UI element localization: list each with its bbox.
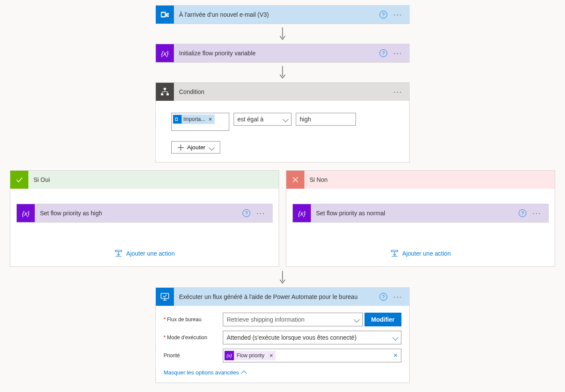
more-icon[interactable]: ··· xyxy=(255,209,267,218)
svg-rect-12 xyxy=(176,118,177,120)
set-priority-normal-card[interactable]: {x} Set flow priority as normal ? ··· xyxy=(292,204,549,223)
run-mode-select[interactable]: Attended (s'exécute lorsque vous êtes co… xyxy=(223,331,401,344)
more-icon[interactable]: ··· xyxy=(392,10,404,19)
chevron-down-icon xyxy=(392,335,398,341)
token-label: Importa... xyxy=(183,116,205,122)
insert-action-icon xyxy=(390,249,399,258)
branch-yes-header: Si Oui xyxy=(10,171,279,189)
add-action-label: Ajouter une action xyxy=(402,250,451,257)
trigger-title: À l'arrivée d'un nouvel e-mail (V3) xyxy=(174,11,380,18)
condition-title: Condition xyxy=(174,88,392,95)
desktop-flow-title: Exécuter un flux généré à l'aide de Powe… xyxy=(174,293,380,300)
condition-card[interactable]: Condition ··· Importa... × est égal à xyxy=(155,82,410,163)
help-icon[interactable]: ? xyxy=(519,209,526,217)
init-variable-title: Initialize flow priority variable xyxy=(174,50,380,57)
outlook-icon xyxy=(173,115,182,124)
condition-header: Condition ··· xyxy=(156,83,409,101)
insert-action-icon xyxy=(114,249,123,258)
condition-icon xyxy=(156,83,174,101)
condition-row: Importa... × est égal à high xyxy=(171,113,394,131)
field-label: * Mode d'exécution xyxy=(164,335,223,341)
run-mode-value: Attended (s'exécute lorsque vous êtes co… xyxy=(227,334,356,341)
operator-label: est égal à xyxy=(237,116,264,123)
branch-no-label: Si Non xyxy=(304,176,555,183)
remove-token-icon[interactable]: × xyxy=(207,116,214,123)
svg-rect-20 xyxy=(392,250,398,252)
variable-icon: {x} xyxy=(225,351,234,360)
help-icon[interactable]: ? xyxy=(380,49,387,57)
desktop-flow-header: Exécuter un flux généré à l'aide de Powe… xyxy=(156,288,409,306)
x-icon xyxy=(286,171,304,189)
more-icon[interactable]: ··· xyxy=(392,292,404,302)
hide-advanced-options-link[interactable]: Masquer les options avancées xyxy=(164,369,246,376)
help-icon[interactable]: ? xyxy=(243,209,250,217)
branch-no: Si Non {x} Set flow priority as normal ?… xyxy=(286,170,555,267)
condition-body: Importa... × est égal à high Ajouter xyxy=(156,101,409,162)
branch-no-header: Si Non xyxy=(286,171,555,189)
desktop-flow-card[interactable]: Exécuter un flux généré à l'aide de Powe… xyxy=(155,287,410,383)
add-condition-button[interactable]: Ajouter xyxy=(171,141,220,154)
field-label: * Flux de bureau xyxy=(164,317,223,323)
priority-input[interactable]: {x} Flow priority × × xyxy=(223,349,401,362)
svg-rect-10 xyxy=(167,93,169,96)
value-text: high xyxy=(300,116,311,123)
field-desktop-flow: * Flux de bureau Retrieve shipping infor… xyxy=(164,313,401,326)
arrow-icon xyxy=(279,271,286,284)
plus-icon xyxy=(178,145,184,151)
clear-field-icon[interactable]: × xyxy=(394,352,398,359)
field-priority: Priorité {x} Flow priority × × xyxy=(164,349,401,362)
svg-rect-24 xyxy=(161,293,169,299)
condition-value-input[interactable]: high xyxy=(296,113,356,126)
set-priority-high-title: Set flow priority as high xyxy=(35,210,243,217)
svg-rect-15 xyxy=(115,250,122,252)
variable-icon: {x} xyxy=(17,204,35,222)
flow-priority-chip[interactable]: {x} Flow priority × xyxy=(225,351,276,360)
more-icon[interactable]: ··· xyxy=(392,87,404,96)
field-label: Priorité xyxy=(164,353,223,359)
chevron-down-icon xyxy=(282,116,289,122)
set-priority-normal-title: Set flow priority as normal xyxy=(311,210,519,217)
flow-canvas: À l'arrivée d'un nouvel e-mail (V3) ? ··… xyxy=(0,5,565,383)
svg-rect-1 xyxy=(162,13,165,16)
chip-label: Flow priority xyxy=(234,353,267,359)
remove-chip-icon[interactable]: × xyxy=(267,352,276,359)
help-icon[interactable]: ? xyxy=(380,293,387,301)
init-variable-header: {x} Initialize flow priority variable ? … xyxy=(156,44,409,62)
branch-yes-body: {x} Set flow priority as high ? ··· Ajou… xyxy=(10,189,279,266)
condition-branches: Si Oui {x} Set flow priority as high ? ·… xyxy=(10,170,555,267)
desktop-flow-icon xyxy=(156,288,174,306)
svg-rect-4 xyxy=(164,88,166,90)
add-action-label: Ajouter une action xyxy=(126,250,175,257)
branch-yes: Si Oui {x} Set flow priority as high ? ·… xyxy=(10,170,279,267)
desktop-flow-select[interactable]: Retrieve shipping information xyxy=(223,313,363,326)
variable-icon: {x} xyxy=(156,44,174,62)
desktop-flow-body: * Flux de bureau Retrieve shipping infor… xyxy=(156,306,409,383)
chevron-down-icon xyxy=(353,317,359,323)
check-icon xyxy=(10,171,28,189)
trigger-card[interactable]: À l'arrivée d'un nouvel e-mail (V3) ? ··… xyxy=(155,5,410,24)
field-run-mode: * Mode d'exécution Attended (s'exécute l… xyxy=(164,331,401,344)
add-action-button[interactable]: Ajouter une action xyxy=(292,249,549,258)
init-variable-card[interactable]: {x} Initialize flow priority variable ? … xyxy=(155,44,410,63)
svg-rect-9 xyxy=(161,93,164,96)
variable-icon: {x} xyxy=(293,204,311,222)
desktop-flow-value: Retrieve shipping information xyxy=(227,316,304,323)
condition-left-operand[interactable]: Importa... × xyxy=(171,113,229,131)
condition-operator-select[interactable]: est égal à xyxy=(234,113,292,126)
modifier-button[interactable]: Modifier xyxy=(365,313,401,326)
help-icon[interactable]: ? xyxy=(380,11,387,18)
more-icon[interactable]: ··· xyxy=(392,49,404,58)
add-action-button[interactable]: Ajouter une action xyxy=(16,249,273,258)
chevron-down-icon xyxy=(209,144,215,150)
branch-no-body: {x} Set flow priority as normal ? ··· Aj… xyxy=(286,189,555,266)
outlook-icon xyxy=(156,6,174,24)
more-icon[interactable]: ··· xyxy=(531,209,543,218)
arrow-icon xyxy=(279,66,286,79)
add-label: Ajouter xyxy=(187,144,205,151)
set-priority-high-card[interactable]: {x} Set flow priority as high ? ··· xyxy=(16,204,273,223)
importance-token[interactable]: Importa... × xyxy=(173,115,215,124)
chevron-up-icon xyxy=(241,370,247,376)
trigger-header: À l'arrivée d'un nouvel e-mail (V3) ? ··… xyxy=(156,6,409,24)
arrow-icon xyxy=(279,27,286,40)
branch-yes-label: Si Oui xyxy=(28,176,279,183)
